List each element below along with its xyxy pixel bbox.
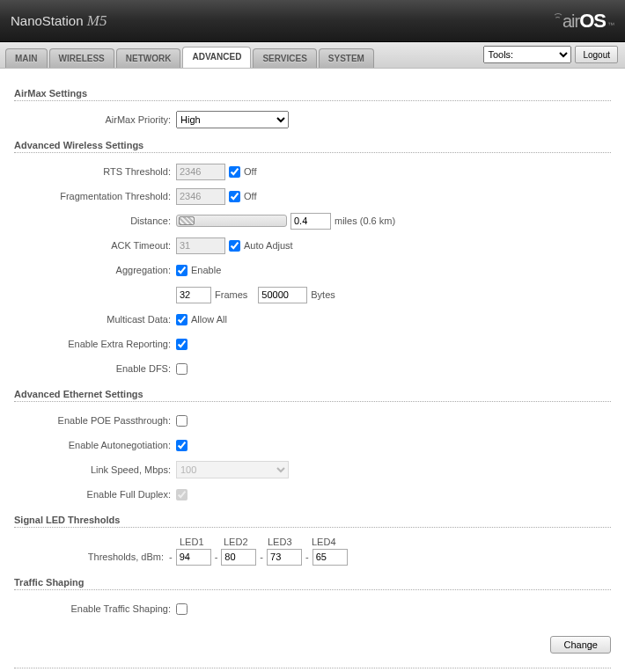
- ack-auto-checkbox[interactable]: [229, 240, 240, 252]
- tab-network[interactable]: NETWORK: [116, 48, 181, 68]
- dash2: -: [215, 551, 218, 562]
- agg-frames-label: Frames: [215, 289, 247, 300]
- aggregation-enable-label: Enable: [191, 265, 221, 275]
- fullduplex-label: Enable Full Duplex:: [14, 489, 176, 500]
- content-area: AirMax Settings AirMax Priority: High Ad…: [0, 69, 625, 668]
- change-button[interactable]: Change: [550, 636, 611, 654]
- led3-input[interactable]: [267, 549, 302, 566]
- product-name: NanoStation M5: [11, 12, 107, 30]
- tab-bar: MAIN WIRELESS NETWORK ADVANCED SERVICES …: [0, 42, 625, 69]
- extra-reporting-label: Enable Extra Reporting:: [14, 339, 176, 349]
- tab-advanced[interactable]: ADVANCED: [182, 47, 251, 68]
- thresholds-label: Thresholds, dBm:: [14, 551, 169, 562]
- linkspeed-label: Link Speed, Mbps:: [14, 464, 176, 475]
- airmax-priority-label: AirMax Priority:: [14, 114, 176, 125]
- led1-input[interactable]: [176, 549, 211, 566]
- rts-off-checkbox[interactable]: [229, 166, 240, 178]
- logout-button[interactable]: Logout: [575, 46, 618, 63]
- distance-input[interactable]: [290, 213, 331, 230]
- dash3: -: [260, 551, 263, 562]
- rts-input[interactable]: [176, 164, 225, 180]
- fullduplex-checkbox[interactable]: [176, 489, 188, 500]
- extra-reporting-checkbox[interactable]: [176, 339, 188, 350]
- frag-off-label: Off: [244, 191, 256, 201]
- section-ethernet: Advanced Ethernet Settings: [14, 389, 611, 402]
- product-model: M5: [87, 12, 107, 29]
- multicast-checkbox[interactable]: [176, 314, 188, 325]
- linkspeed-select[interactable]: 100: [176, 461, 289, 478]
- aggregation-label: Aggregation:: [14, 265, 176, 275]
- section-wireless: Advanced Wireless Settings: [14, 140, 611, 153]
- ack-input[interactable]: [176, 237, 225, 254]
- logo-tm: ™: [607, 21, 614, 29]
- multicast-allow-label: Allow All: [191, 314, 227, 325]
- autoneg-checkbox[interactable]: [176, 440, 188, 451]
- agg-frames-input[interactable]: [176, 287, 211, 303]
- footer-copyright: © Copyright 2006-2010 Ubiquiti Networks,…: [14, 668, 611, 672]
- header-bar: NanoStation M5 air OS ™: [0, 0, 625, 42]
- section-airmax: AirMax Settings: [14, 88, 611, 101]
- agg-bytes-input[interactable]: [258, 287, 307, 303]
- logo-air: air: [562, 11, 579, 32]
- dfs-label: Enable DFS:: [14, 363, 176, 374]
- poe-checkbox[interactable]: [176, 415, 188, 427]
- section-traffic: Traffic Shaping: [14, 577, 611, 590]
- tab-services[interactable]: SERVICES: [253, 48, 316, 68]
- rts-label: RTS Threshold:: [14, 166, 176, 177]
- tab-main[interactable]: MAIN: [5, 48, 48, 68]
- dfs-checkbox[interactable]: [176, 363, 188, 375]
- ack-auto-label: Auto Adjust: [244, 240, 293, 251]
- led3-header: LED3: [268, 537, 312, 547]
- logo-os: OS: [579, 10, 606, 33]
- frag-off-checkbox[interactable]: [229, 191, 240, 202]
- tab-system[interactable]: SYSTEM: [319, 48, 374, 68]
- led4-input[interactable]: [312, 549, 348, 566]
- distance-label: Distance:: [14, 215, 176, 226]
- aggregation-checkbox[interactable]: [176, 265, 188, 276]
- tab-wireless[interactable]: WIRELESS: [49, 48, 114, 68]
- distance-slider[interactable]: [176, 215, 287, 227]
- led1-header: LED1: [180, 537, 224, 547]
- autoneg-label: Enable Autonegotiation:: [14, 440, 176, 450]
- rts-off-label: Off: [244, 166, 256, 177]
- dash1: -: [169, 551, 173, 562]
- product-brand: NanoStation: [11, 13, 84, 28]
- airos-logo: air OS ™: [552, 10, 614, 33]
- led2-input[interactable]: [221, 549, 256, 566]
- dash4: -: [305, 551, 309, 562]
- section-led: Signal LED Thresholds: [14, 515, 611, 528]
- slider-thumb-icon[interactable]: [179, 216, 195, 225]
- traffic-checkbox[interactable]: [176, 603, 188, 615]
- distance-unit: miles (0.6 km): [335, 215, 395, 226]
- signal-icon: [552, 13, 564, 27]
- frag-label: Fragmentation Threshold:: [14, 191, 176, 201]
- led2-header: LED2: [224, 537, 268, 547]
- poe-label: Enable POE Passthrough:: [14, 415, 176, 426]
- airmax-priority-select[interactable]: High: [176, 111, 289, 128]
- tools-select[interactable]: Tools:: [483, 46, 571, 63]
- agg-bytes-label: Bytes: [311, 289, 335, 300]
- ack-label: ACK Timeout:: [14, 240, 176, 251]
- traffic-enable-label: Enable Traffic Shaping:: [14, 603, 176, 614]
- led4-header: LED4: [312, 537, 356, 547]
- frag-input[interactable]: [176, 188, 225, 205]
- multicast-label: Multicast Data:: [14, 314, 176, 325]
- led-headers: LED1 LED2 LED3 LED4: [180, 537, 611, 547]
